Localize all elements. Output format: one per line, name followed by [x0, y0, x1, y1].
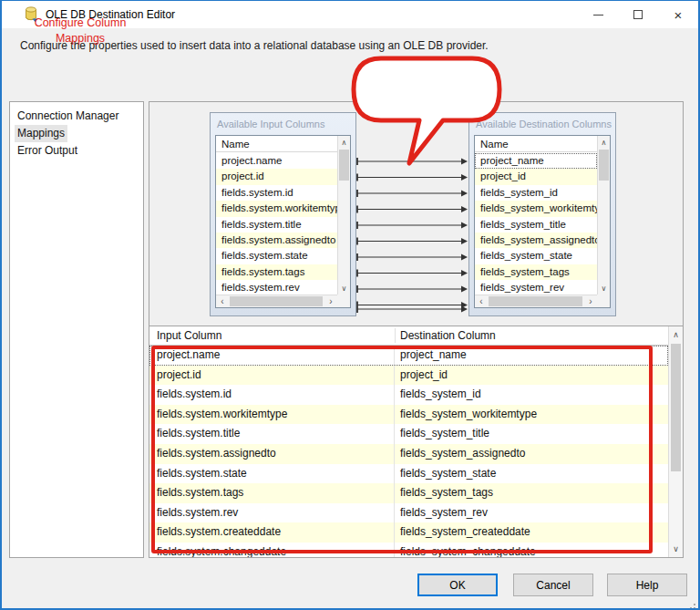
maximize-button[interactable] — [618, 1, 658, 28]
column-list-item[interactable]: fields_system_state — [475, 248, 597, 264]
scroll-right-icon[interactable]: › — [584, 295, 597, 307]
mapping-row[interactable]: fields.system.assignedtofields_system_as… — [149, 444, 668, 464]
mapping-row[interactable]: fields.system.tagsfields_system_tags — [149, 483, 668, 503]
input-columns-hscrollbar[interactable]: ‹ › — [216, 295, 337, 307]
grid-vscrollbar[interactable]: ∧ ∨ — [668, 326, 683, 557]
input-columns-name-header[interactable]: Name — [216, 136, 337, 152]
nav-item-mappings[interactable]: Mappings — [10, 125, 143, 142]
column-list-item[interactable]: fields.system.rev — [216, 280, 337, 295]
input-column-cell[interactable]: fields.system.workitemtype — [149, 405, 395, 425]
mapping-row[interactable]: project.nameproject_name — [149, 346, 668, 366]
destination-columns-rows: project_nameproject_idfields_system_idfi… — [475, 153, 597, 295]
destination-column-cell[interactable]: fields_system_id — [395, 385, 668, 405]
available-input-columns-box: Available Input Columns Name project.nam… — [210, 112, 356, 316]
scroll-left-icon[interactable]: ‹ — [216, 295, 229, 307]
mapping-arrow[interactable] — [357, 238, 468, 245]
destination-column-cell[interactable]: fields_system_createddate — [395, 522, 668, 543]
grid-vscroll-thumb[interactable] — [671, 344, 681, 471]
input-column-cell[interactable]: fields.system.title — [149, 424, 395, 444]
column-list-item[interactable]: fields.system.workitemtype — [216, 201, 337, 216]
scroll-right-icon[interactable]: › — [324, 295, 337, 307]
input-column-header[interactable]: Input Column — [157, 326, 221, 346]
column-list-item[interactable]: fields.system.tags — [216, 264, 337, 280]
destination-columns-vscrollbar[interactable]: ∧ ∨ — [597, 136, 610, 295]
column-list-item[interactable]: fields_system_title — [475, 217, 597, 233]
mapping-row[interactable]: fields.system.changeddatefields_system_c… — [149, 543, 668, 557]
available-input-columns-title: Available Input Columns — [217, 119, 324, 129]
mapping-arrow[interactable] — [357, 190, 468, 197]
mapping-arrow[interactable] — [357, 206, 468, 213]
grid-rows: project.nameproject_nameproject.idprojec… — [149, 346, 668, 557]
help-button[interactable]: Help — [607, 574, 687, 596]
mapping-arrow[interactable] — [357, 305, 468, 313]
mapping-row[interactable]: fields.system.revfields_system_rev — [149, 503, 668, 523]
column-list-item[interactable]: project.id — [216, 169, 337, 184]
minimize-button[interactable] — [578, 1, 618, 28]
input-column-cell[interactable]: fields.system.id — [149, 385, 395, 405]
input-column-cell[interactable]: project.id — [149, 366, 395, 386]
input-columns-list: Name project.nameproject.idfields.system… — [215, 135, 351, 308]
hscroll-thumb[interactable] — [489, 296, 582, 306]
column-list-item[interactable]: fields_system_tags — [475, 264, 597, 280]
mapping-row[interactable]: fields.system.workitemtypefields_system_… — [149, 405, 668, 425]
column-list-item[interactable]: fields.system.state — [216, 248, 337, 264]
scroll-left-icon[interactable]: ‹ — [475, 295, 488, 307]
scroll-up-icon[interactable]: ∧ — [669, 327, 683, 342]
mapping-arrow[interactable] — [357, 253, 468, 261]
callout-balloon — [348, 55, 505, 173]
input-column-cell[interactable]: project.name — [149, 346, 395, 366]
destination-column-cell[interactable]: fields_system_state — [395, 464, 668, 484]
callout-text: Configure Column Mappings — [20, 16, 140, 47]
hscroll-thumb[interactable] — [230, 296, 323, 306]
column-list-item[interactable]: project.name — [216, 153, 337, 169]
minimize-icon — [593, 15, 603, 16]
close-button[interactable]: × — [658, 1, 698, 28]
destination-columns-hscrollbar[interactable]: ‹ › — [475, 295, 597, 307]
input-column-cell[interactable]: fields.system.changeddate — [149, 543, 395, 557]
destination-column-cell[interactable]: project_name — [395, 346, 668, 366]
ok-button[interactable]: OK — [417, 574, 498, 596]
mapping-arrow[interactable] — [357, 174, 468, 181]
list-resize-grip[interactable] — [597, 295, 610, 307]
destination-column-cell[interactable]: fields_system_rev — [395, 503, 668, 523]
input-column-cell[interactable]: fields.system.state — [149, 464, 395, 484]
mapping-arrow[interactable] — [357, 270, 468, 277]
input-column-cell[interactable]: fields.system.tags — [149, 483, 395, 503]
mapping-arrow[interactable] — [357, 222, 468, 229]
column-list-item[interactable]: fields_system_id — [475, 185, 597, 201]
input-column-cell[interactable]: fields.system.createddate — [149, 522, 395, 543]
list-resize-grip[interactable] — [337, 295, 350, 307]
input-column-cell[interactable]: fields.system.assignedto — [149, 444, 395, 464]
destination-column-cell[interactable]: project_id — [395, 366, 668, 386]
destination-column-cell[interactable]: fields_system_assignedto — [395, 444, 668, 464]
vscroll-thumb[interactable] — [599, 150, 609, 181]
cancel-button[interactable]: Cancel — [513, 574, 593, 596]
mapping-row[interactable]: fields.system.createddatefields_system_c… — [149, 522, 668, 543]
nav-item-connection-manager[interactable]: Connection Manager — [10, 108, 143, 125]
scroll-down-icon[interactable]: ∨ — [598, 282, 610, 295]
nav-item-error-output[interactable]: Error Output — [10, 142, 143, 160]
destination-column-cell[interactable]: fields_system_title — [395, 424, 668, 444]
column-list-item[interactable]: fields.system.assignedto — [216, 233, 337, 248]
destination-column-cell[interactable]: fields_system_tags — [395, 483, 668, 503]
mapping-row[interactable]: fields.system.titlefields_system_title — [149, 424, 668, 444]
destination-column-header[interactable]: Destination Column — [400, 326, 496, 346]
window-resize-grip[interactable] — [685, 595, 695, 605]
maximize-icon — [633, 10, 643, 19]
mapping-row[interactable]: fields.system.statefields_system_state — [149, 464, 668, 484]
scroll-down-icon[interactable]: ∨ — [669, 542, 683, 556]
column-list-item[interactable]: fields_system_assignedto — [475, 233, 597, 248]
column-list-item[interactable]: fields.system.title — [216, 217, 337, 233]
scroll-down-icon[interactable]: ∨ — [338, 282, 350, 295]
mapping-arrow[interactable] — [357, 285, 468, 293]
mapping-row[interactable]: fields.system.idfields_system_id — [149, 385, 668, 405]
scroll-up-icon[interactable]: ∧ — [598, 136, 610, 149]
destination-column-cell[interactable]: fields_system_changeddate — [395, 543, 668, 557]
mapping-arrow[interactable] — [357, 302, 468, 309]
destination-column-cell[interactable]: fields_system_workitemtype — [395, 405, 668, 425]
input-column-cell[interactable]: fields.system.rev — [149, 503, 395, 523]
column-list-item[interactable]: fields_system_workitemtype — [475, 201, 597, 216]
column-list-item[interactable]: fields.system.id — [216, 185, 337, 201]
column-list-item[interactable]: fields_system_rev — [475, 280, 597, 295]
mapping-row[interactable]: project.idproject_id — [149, 366, 668, 386]
